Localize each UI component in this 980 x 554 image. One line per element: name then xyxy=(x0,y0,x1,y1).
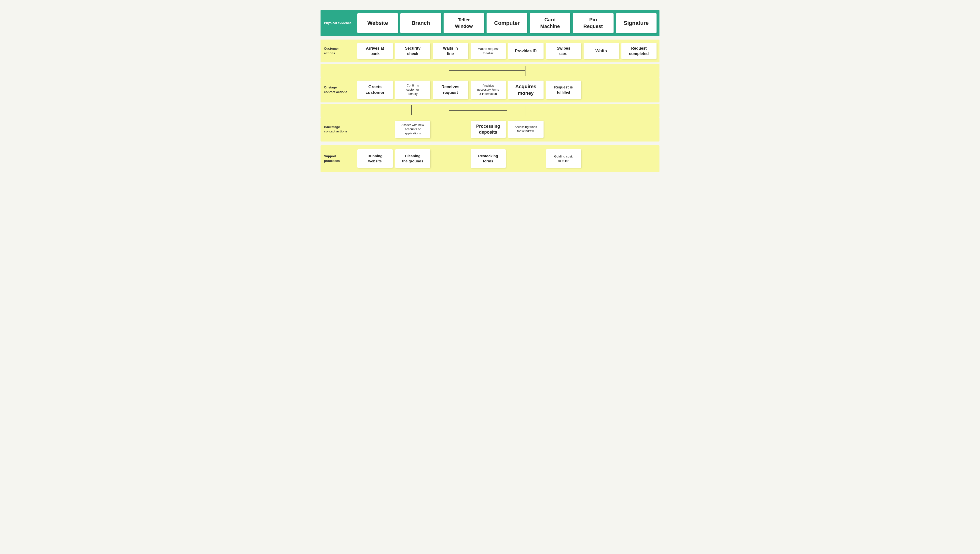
bs-cell-1 xyxy=(357,124,393,134)
on-card-confirms: Confirmscustomeridentity xyxy=(395,81,431,99)
on-cell-1: Greetscustomer xyxy=(357,81,393,99)
pe-cell-3: TellerWindow xyxy=(444,13,484,33)
ca-cell-4: Makes requestto teller xyxy=(471,43,506,59)
ca-cell-5: Provides ID xyxy=(508,43,544,59)
sp-cell-8 xyxy=(621,154,657,164)
on-card-greets: Greetscustomer xyxy=(357,81,393,99)
ca-cell-1: Arrives atbank xyxy=(357,43,393,59)
ca-card-arrives: Arrives atbank xyxy=(357,43,393,59)
ca-card-security: Securitycheck xyxy=(395,43,431,59)
bs-cell-2: Assists with newaccounts orapplications xyxy=(395,121,431,138)
ca-cell-3: Waits inline xyxy=(433,43,468,59)
on-cell-2: Confirmscustomeridentity xyxy=(395,81,431,99)
on-cell-7 xyxy=(584,85,619,95)
on-card-fulfilled: Request isfulfilled xyxy=(546,81,581,99)
bs-card-processing: Processingdeposits xyxy=(471,121,506,138)
sp-card-restocking: Restockingforms xyxy=(471,150,506,168)
ca-card-request: Makes requestto teller xyxy=(471,43,506,59)
support-body: Runningwebsite Cleaningthe grounds Resto… xyxy=(355,145,659,172)
bs-cell-6 xyxy=(546,124,581,134)
backstage-body: Assists with newaccounts orapplications … xyxy=(355,117,659,142)
on-card-provides: Providesnecessary forms& information xyxy=(471,81,506,99)
pe-card-pinrequest: PinRequest xyxy=(573,13,613,33)
onstage-label: Onstagecontact actions xyxy=(321,77,355,102)
pe-card-cardmachine: CardMachine xyxy=(530,13,570,33)
sp-cell-5 xyxy=(508,154,544,164)
pe-card-teller: TellerWindow xyxy=(444,13,484,33)
pe-card-computer: Computer xyxy=(487,13,527,33)
sp-card-running: Runningwebsite xyxy=(357,150,393,168)
bs-cell-7 xyxy=(584,124,619,134)
sp-card-guiding: Guiding cust.to teller xyxy=(546,150,581,168)
connector-row-2 xyxy=(321,103,659,117)
sp-cell-1: Runningwebsite xyxy=(357,150,393,168)
onstage-body: Greetscustomer Confirmscustomeridentity … xyxy=(355,77,659,102)
backstage-section: Backstagecontact actions Assists with ne… xyxy=(321,117,659,142)
ca-cell-7: Waits xyxy=(584,43,619,59)
pe-cell-2: Branch xyxy=(400,13,441,33)
ca-cell-6: Swipescard xyxy=(546,43,581,59)
ca-cell-8: Requestcompleted xyxy=(621,43,657,59)
sp-card-cleaning: Cleaningthe grounds xyxy=(395,150,431,168)
backstage-label: Backstagecontact actions xyxy=(321,117,355,142)
physical-evidence-section: Physical evidence Website Branch TellerW… xyxy=(321,10,659,37)
pe-cell-7: Signature xyxy=(616,13,657,33)
bs-card-assists: Assists with newaccounts orapplications xyxy=(395,121,431,138)
on-card-acquires: Acquiresmoney xyxy=(508,81,544,99)
pe-cell-4: Computer xyxy=(487,13,527,33)
sp-cell-6: Guiding cust.to teller xyxy=(546,150,581,168)
on-cell-4: Providesnecessary forms& information xyxy=(471,81,506,99)
ca-card-providesid: Provides ID xyxy=(508,43,544,59)
bs-cell-5: Accessing fundsfor withdrawl xyxy=(508,121,544,138)
on-cell-8 xyxy=(621,85,657,95)
pe-card-website: Website xyxy=(357,13,398,33)
ca-card-waits2: Waits xyxy=(584,43,619,59)
customer-actions-label: Customeractions xyxy=(321,40,355,62)
sp-cell-3 xyxy=(433,154,468,164)
pe-cell-1: Website xyxy=(357,13,398,33)
physical-evidence-body: Website Branch TellerWindow Computer Car… xyxy=(355,10,659,37)
ca-card-swipes: Swipescard xyxy=(546,43,581,59)
arrows-svg-1 xyxy=(355,64,659,77)
sp-cell-7 xyxy=(584,154,619,164)
bs-card-accessing: Accessing fundsfor withdrawl xyxy=(508,121,544,138)
bs-cell-4: Processingdeposits xyxy=(471,121,506,138)
bs-cell-8 xyxy=(621,124,657,134)
on-card-receives: Receivesrequest xyxy=(433,81,468,99)
sp-cell-4: Restockingforms xyxy=(471,150,506,168)
pe-card-signature: Signature xyxy=(616,13,657,33)
service-blueprint-diagram: Physical evidence Website Branch TellerW… xyxy=(321,10,659,172)
arrows-svg-2 xyxy=(355,103,659,117)
physical-evidence-label: Physical evidence xyxy=(321,10,355,37)
support-section: Supportprocesses Runningwebsite Cleaning… xyxy=(321,145,659,172)
ca-cell-2: Securitycheck xyxy=(395,43,431,59)
sp-cell-2: Cleaningthe grounds xyxy=(395,150,431,168)
pe-card-branch: Branch xyxy=(400,13,441,33)
onstage-section: Onstagecontact actions Greetscustomer Co… xyxy=(321,77,659,102)
ca-card-completed: Requestcompleted xyxy=(621,43,657,59)
customer-actions-body: Arrives atbank Securitycheck Waits inlin… xyxy=(355,40,659,62)
on-cell-5: Acquiresmoney xyxy=(508,81,544,99)
ca-card-waits: Waits inline xyxy=(433,43,468,59)
support-label: Supportprocesses xyxy=(321,145,355,172)
customer-actions-section: Customeractions Arrives atbank Securityc… xyxy=(321,40,659,62)
on-cell-3: Receivesrequest xyxy=(433,81,468,99)
bs-cell-3 xyxy=(433,124,468,134)
on-cell-6: Request isfulfilled xyxy=(546,81,581,99)
pe-cell-5: CardMachine xyxy=(530,13,570,33)
connector-row-1 xyxy=(321,64,659,77)
pe-cell-6: PinRequest xyxy=(573,13,613,33)
